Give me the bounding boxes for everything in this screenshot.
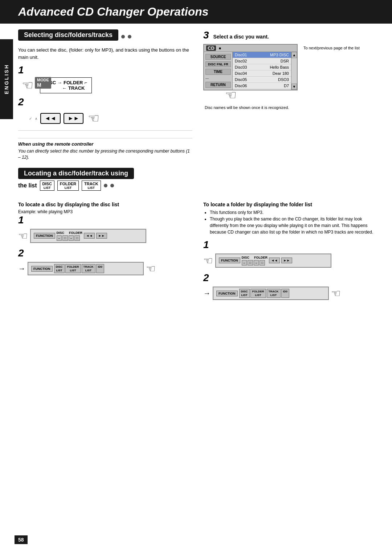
function-btn-4[interactable]: FUNCTION [216, 291, 238, 296]
function-btn-3[interactable]: FUNCTION [219, 258, 240, 263]
folder-list-btn[interactable]: FOLDERLIST [57, 181, 79, 191]
prev-device-btn[interactable]: ◄◄ [84, 233, 95, 239]
disc-row-2[interactable]: Disc02 DSR [233, 58, 291, 64]
remote-note: When using the remote controller You can… [18, 130, 192, 161]
disc-step2: 2 → FUNCTION DISCLIST FOLDERLIST TRACKLI… [18, 247, 192, 277]
return-btn[interactable]: RETURN [205, 82, 231, 88]
disc-fnl-btn[interactable]: DISC FNL FR [205, 61, 231, 67]
seg3b[interactable]: – [254, 260, 259, 266]
track-list-d[interactable]: TRACKLIST [82, 264, 95, 273]
section1-header-row: Selecting disc/folders/tracks [18, 29, 192, 44]
device-btn-row: DISC FOLDER [57, 231, 83, 235]
function-btn-2[interactable]: FUNCTION [31, 266, 53, 272]
scroll-up-btn[interactable]: ▲ [291, 52, 297, 58]
disc-list-btn[interactable]: DISCLIST [40, 181, 54, 191]
device-display-2: FUNCTION DISCLIST FOLDERLIST TRACKLIST I… [28, 262, 144, 275]
main-content: Selecting disc/folders/tracks You can se… [0, 24, 392, 310]
device-segs-3: – □ – □ [242, 260, 268, 266]
folder-list-4[interactable]: FOLDERLIST [250, 289, 266, 298]
disc04-id: Disc04 [235, 71, 247, 76]
device-controls-1: DISC FOLDER – □ – □ [57, 231, 83, 241]
time-btn[interactable]: TIME [205, 69, 231, 75]
source-btn[interactable]: SOURCE [205, 54, 231, 60]
side-info: --- [204, 76, 232, 81]
scroll-down-btn[interactable]: ▼ [291, 84, 297, 90]
function-btn-1[interactable]: FUNCTION [34, 233, 55, 239]
id0-btn[interactable]: ID0 [96, 264, 104, 273]
device-list-btns-4: DISCLIST FOLDERLIST TRACKLIST ID0 [239, 289, 289, 298]
folder-l3: FOLDER [254, 256, 268, 259]
step2-container: 2 ✓ ∧ ◄◄ ►► ☜ [18, 96, 192, 126]
track-label: TRACK [68, 85, 85, 91]
selecting-section: Selecting disc/folders/tracks You can se… [18, 29, 192, 161]
hand-icon-2: ☜ [88, 111, 99, 126]
folder-list-d[interactable]: FOLDERLIST [65, 264, 81, 273]
step2-controls: ✓ ∧ ◄◄ ►► ☜ [29, 111, 192, 126]
disc-list-d[interactable]: DISCLIST [54, 264, 65, 273]
id0-btn-4[interactable]: ID0 [281, 289, 289, 298]
disc01-name: MP3 DISC [270, 53, 289, 57]
disc02-name: DSR [281, 59, 289, 63]
folder-step1-num: 1 [203, 239, 377, 251]
hand-icon-5: ☜ [146, 262, 156, 275]
step1-number: 1 [18, 64, 192, 76]
cd-scroll: ▲ ▼ [291, 52, 297, 90]
folder-bullet-list: This functions only for MP3. Though you … [203, 209, 377, 235]
locating-section: Locating a disc/folder/track using the l… [18, 168, 377, 191]
prev-btn[interactable]: ◄◄ [40, 113, 61, 124]
step3-hand: ☜ [225, 88, 298, 103]
track-list-btn[interactable]: TRACKLIST [82, 181, 101, 191]
top-section: Selecting disc/folders/tracks You can se… [18, 29, 377, 161]
back-arrow: ← [62, 85, 67, 91]
step3-section: 3 Select a disc you want. CD ■ [203, 29, 377, 161]
disc-note: Disc names will be shown once it is reco… [205, 105, 377, 110]
list-line: the list DISCLIST FOLDERLIST TRACKLIST [18, 181, 377, 191]
disc-row-3[interactable]: Disc03 Hello Bass [233, 64, 291, 70]
cd-display: CD ■ SOURCE DISC FNL FR TIME --- RETU [203, 44, 298, 90]
seg2b[interactable]: □ [248, 260, 253, 266]
page-number: 58 [15, 535, 28, 544]
disc-row-4[interactable]: Disc04 Dear 180 [233, 70, 291, 77]
seg1b[interactable]: – [242, 260, 247, 266]
dot2 [128, 35, 131, 39]
section1-intro: You can select the disc, (folder: only f… [18, 46, 192, 61]
disc-step2-num: 2 [18, 247, 192, 259]
the-list-label: the list [18, 182, 37, 189]
disc-row-5[interactable]: Disc05 DSO3 [233, 77, 291, 83]
disc-row-6[interactable]: Disc06 D7 [233, 83, 291, 89]
locating-title: Locating a disc/folder/track using [24, 170, 128, 177]
cd-status: ■ [219, 46, 221, 50]
disc-row-1[interactable]: Disc01 MP3 DISC [233, 52, 291, 58]
step2-number: 2 [18, 96, 192, 108]
disc-list-example: Example: while playing MP3 [18, 209, 192, 214]
next-prev-text: To next/previous page of the list [303, 45, 360, 50]
cd-logo: CD [206, 45, 216, 51]
prev-btn-3[interactable]: ◄◄ [269, 258, 280, 263]
bracket-right: ⌐ [85, 80, 87, 85]
track-line: ← TRACK [62, 85, 87, 91]
disc-step1-num: 1 [18, 214, 192, 226]
locating-header: Locating a disc/folder/track using [18, 168, 134, 179]
arrow-indicator-2: → [203, 289, 211, 297]
disc-list-4[interactable]: DISCLIST [239, 289, 250, 298]
disc-list-section: To locate a disc by displaying the disc … [18, 198, 192, 305]
next-device-btn[interactable]: ►► [96, 233, 107, 239]
seg1[interactable]: – [57, 235, 62, 241]
device-list-btns: DISCLIST FOLDERLIST TRACKLIST ID0 [54, 264, 104, 273]
arrow-indicator: → [18, 264, 25, 273]
dot3 [104, 184, 107, 187]
next-btn[interactable]: ►► [64, 113, 84, 124]
dot4 [110, 184, 114, 187]
seg4b[interactable]: □ [260, 260, 265, 266]
seg2[interactable]: □ [62, 235, 68, 241]
bullet-2: Though you play back the same disc on th… [210, 216, 377, 235]
seg3[interactable]: – [69, 235, 74, 241]
folder-step2-num: 2 [203, 272, 377, 284]
bullet-1: This functions only for MP3. [210, 209, 377, 216]
locating-header-row: Locating a disc/folder/track using [18, 168, 377, 179]
page-title: Advanced CD Changer Operations [18, 5, 385, 19]
folder-step1-content: ☜ FUNCTION DISC FOLDER – □ – [203, 252, 377, 270]
track-list-4[interactable]: TRACKLIST [267, 289, 281, 298]
seg4[interactable]: □ [74, 235, 80, 241]
next-btn-3[interactable]: ►► [281, 258, 292, 263]
